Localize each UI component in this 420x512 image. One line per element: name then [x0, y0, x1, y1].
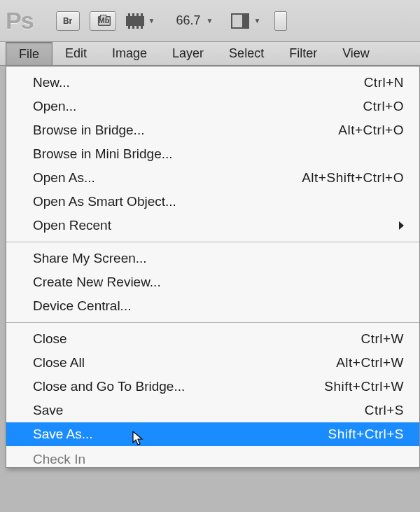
extra-button[interactable] [274, 11, 287, 31]
filmstrip-icon [126, 13, 144, 29]
chevron-down-icon: ▼ [206, 17, 214, 25]
chevron-down-icon: ▼ [253, 17, 260, 25]
chevron-down-icon: ▼ [148, 17, 155, 25]
zoom-value: 66.7 [176, 13, 201, 28]
menu-close[interactable]: CloseCtrl+W [6, 327, 419, 351]
menu-save-as[interactable]: Save As...Shift+Ctrl+S [6, 422, 419, 446]
arrange-button[interactable]: ▼ [231, 13, 260, 29]
menu-select[interactable]: Select [216, 42, 276, 65]
menu-share-screen[interactable]: Share My Screen... [6, 247, 419, 270]
chevron-right-icon [399, 221, 404, 230]
menu-open-smart-object[interactable]: Open As Smart Object... [6, 190, 419, 214]
menu-check-in[interactable]: Check In [6, 450, 419, 467]
menu-file[interactable]: File [6, 42, 52, 65]
menu-open-as[interactable]: Open As...Alt+Shift+Ctrl+O [6, 166, 419, 190]
layout-icon [231, 13, 249, 29]
menu-close-all[interactable]: Close AllAlt+Ctrl+W [6, 351, 419, 375]
menu-view[interactable]: View [330, 42, 382, 65]
screen-mode-button[interactable]: ▼ [126, 13, 155, 29]
menu-save[interactable]: SaveCtrl+S [6, 399, 419, 422]
menu-image[interactable]: Image [99, 42, 160, 65]
menu-close-bridge[interactable]: Close and Go To Bridge...Shift+Ctrl+W [6, 375, 419, 399]
photoshop-logo-icon: Ps [6, 7, 34, 34]
menu-create-review[interactable]: Create New Review... [6, 270, 419, 294]
menubar: File Edit Image Layer Select Filter View [0, 42, 420, 66]
menu-filter[interactable]: Filter [276, 42, 330, 65]
menu-layer[interactable]: Layer [160, 42, 216, 65]
menu-open-recent[interactable]: Open Recent [6, 214, 419, 237]
minibridge-label: Mb [99, 16, 110, 25]
zoom-level[interactable]: 66.7 ▼ [176, 13, 214, 28]
file-dropdown: New...Ctrl+N Open...Ctrl+O Browse in Bri… [6, 66, 420, 468]
menu-new[interactable]: New...Ctrl+N [6, 71, 419, 95]
bridge-label: Br [63, 16, 72, 26]
menu-browse-bridge[interactable]: Browse in Bridge...Alt+Ctrl+O [6, 118, 419, 142]
menu-browse-mini-bridge[interactable]: Browse in Mini Bridge... [6, 142, 419, 166]
bridge-button[interactable]: Br [56, 11, 80, 31]
menu-edit[interactable]: Edit [52, 42, 99, 65]
minibridge-button[interactable]: Mb [90, 11, 116, 31]
app-toolbar: Ps Br Mb ▼ 66.7 ▼ ▼ [0, 0, 420, 42]
menu-device-central[interactable]: Device Central... [6, 294, 419, 318]
menu-open[interactable]: Open...Ctrl+O [6, 95, 419, 118]
